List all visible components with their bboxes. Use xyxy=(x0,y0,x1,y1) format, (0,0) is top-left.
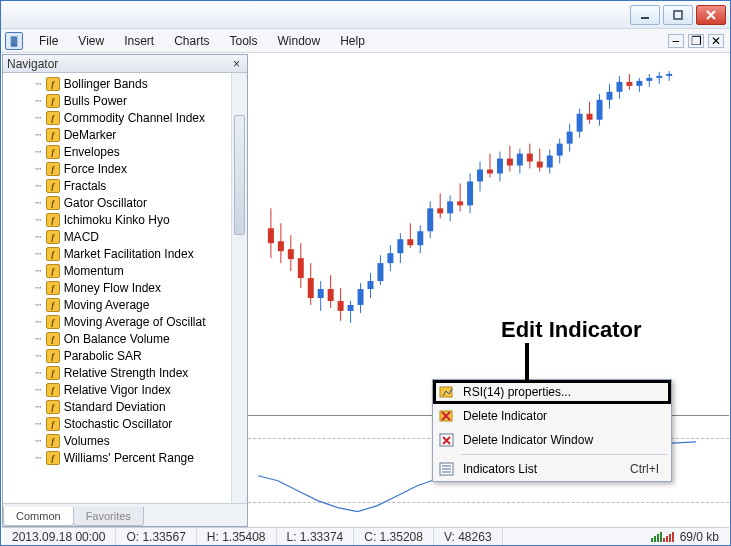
svg-rect-75 xyxy=(626,82,632,86)
menu-tools[interactable]: Tools xyxy=(220,31,268,51)
indicator-item[interactable]: ⋯fMoving Average of Oscillat xyxy=(3,313,247,330)
indicator-item[interactable]: ⋯fForce Index xyxy=(3,160,247,177)
indicator-item[interactable]: ⋯fFractals xyxy=(3,177,247,194)
indicator-fx-icon: f xyxy=(46,128,60,142)
menu-charts[interactable]: Charts xyxy=(164,31,219,51)
app-icon: ▓ xyxy=(5,32,23,50)
indicator-fx-icon: f xyxy=(46,264,60,278)
indicator-fx-icon: f xyxy=(46,94,60,108)
ctx-rsi-properties[interactable]: RSI(14) properties... xyxy=(433,380,671,404)
status-connection: 69/0 kb xyxy=(641,528,729,545)
indicator-item[interactable]: ⋯fVolumes xyxy=(3,432,247,449)
svg-rect-49 xyxy=(497,159,503,174)
indicator-fx-icon: f xyxy=(46,366,60,380)
indicator-item[interactable]: ⋯fWilliams' Percent Range xyxy=(3,449,247,466)
svg-rect-79 xyxy=(646,78,652,81)
tab-favorites[interactable]: Favorites xyxy=(73,507,144,526)
tab-common[interactable]: Common xyxy=(3,507,74,526)
navigator-tabs: Common Favorites xyxy=(3,504,247,526)
indicator-item[interactable]: ⋯fEnvelopes xyxy=(3,143,247,160)
svg-rect-81 xyxy=(656,76,662,78)
indicator-fx-icon: f xyxy=(46,349,60,363)
svg-rect-51 xyxy=(507,159,513,166)
mdi-close-button[interactable]: ✕ xyxy=(708,34,724,48)
svg-rect-5 xyxy=(278,241,284,251)
svg-rect-63 xyxy=(567,132,573,144)
indicator-fx-icon: f xyxy=(46,179,60,193)
indicator-item[interactable]: ⋯fMarket Facilitation Index xyxy=(3,245,247,262)
indicator-item[interactable]: ⋯fRelative Vigor Index xyxy=(3,381,247,398)
svg-rect-57 xyxy=(537,162,543,168)
close-button[interactable] xyxy=(696,5,726,25)
status-low: L: 1.33374 xyxy=(277,528,355,545)
menubar: ▓ File View Insert Charts Tools Window H… xyxy=(1,29,730,53)
indicator-item[interactable]: ⋯fMACD xyxy=(3,228,247,245)
context-menu: RSI(14) properties... Delete Indicator D… xyxy=(432,379,672,482)
svg-rect-71 xyxy=(606,92,612,100)
indicator-fx-icon: f xyxy=(46,417,60,431)
svg-rect-33 xyxy=(417,231,423,245)
indicator-item[interactable]: ⋯fMomentum xyxy=(3,262,247,279)
indicator-item[interactable]: ⋯fRelative Strength Index xyxy=(3,364,247,381)
navigator-list: ⋯fBollinger Bands⋯fBulls Power⋯fCommodit… xyxy=(3,73,247,504)
status-datetime: 2013.09.18 00:00 xyxy=(2,528,116,545)
svg-rect-73 xyxy=(616,82,622,92)
delete-window-icon xyxy=(439,432,455,448)
indicator-fx-icon: f xyxy=(46,315,60,329)
indicator-item[interactable]: ⋯fBollinger Bands xyxy=(3,75,247,92)
indicator-item[interactable]: ⋯fDeMarker xyxy=(3,126,247,143)
indicator-item[interactable]: ⋯fParabolic SAR xyxy=(3,347,247,364)
svg-rect-31 xyxy=(407,239,413,245)
svg-rect-47 xyxy=(487,170,493,174)
indicator-fx-icon: f xyxy=(46,400,60,414)
menu-view[interactable]: View xyxy=(68,31,114,51)
indicator-fx-icon: f xyxy=(46,111,60,125)
svg-rect-55 xyxy=(527,154,533,162)
ctx-indicators-list[interactable]: Indicators List Ctrl+I xyxy=(433,457,671,481)
indicator-item[interactable]: ⋯fMoving Average xyxy=(3,296,247,313)
svg-rect-11 xyxy=(308,278,314,298)
indicator-item[interactable]: ⋯fMoney Flow Index xyxy=(3,279,247,296)
menu-insert[interactable]: Insert xyxy=(114,31,164,51)
mdi-minimize-button[interactable]: ‒ xyxy=(668,34,684,48)
svg-rect-13 xyxy=(318,289,324,298)
ctx-delete-indicator[interactable]: Delete Indicator xyxy=(433,404,671,428)
ctx-delete-indicator-window[interactable]: Delete Indicator Window xyxy=(433,428,671,452)
svg-rect-83 xyxy=(666,74,672,76)
svg-rect-43 xyxy=(467,181,473,205)
mdi-restore-button[interactable]: ❐ xyxy=(688,34,704,48)
indicator-fx-icon: f xyxy=(46,162,60,176)
indicator-fx-icon: f xyxy=(46,145,60,159)
navigator-scrollbar[interactable] xyxy=(231,73,247,503)
indicator-item[interactable]: ⋯fGator Oscillator xyxy=(3,194,247,211)
indicator-item[interactable]: ⋯fBulls Power xyxy=(3,92,247,109)
svg-rect-3 xyxy=(268,228,274,243)
menu-window[interactable]: Window xyxy=(268,31,331,51)
indicator-fx-icon: f xyxy=(46,434,60,448)
svg-rect-21 xyxy=(358,289,364,305)
svg-rect-61 xyxy=(557,144,563,156)
svg-rect-35 xyxy=(427,208,433,231)
minimize-button[interactable] xyxy=(630,5,660,25)
menu-help[interactable]: Help xyxy=(330,31,375,51)
indicator-item[interactable]: ⋯fStochastic Oscillator xyxy=(3,415,247,432)
indicator-fx-icon: f xyxy=(46,196,60,210)
indicator-item[interactable]: ⋯fStandard Deviation xyxy=(3,398,247,415)
svg-rect-19 xyxy=(348,305,354,311)
svg-rect-7 xyxy=(288,249,294,259)
delete-icon xyxy=(439,408,455,424)
indicator-item[interactable]: ⋯fCommodity Channel Index xyxy=(3,109,247,126)
navigator-close-icon[interactable]: × xyxy=(230,57,243,71)
status-volume: V: 48263 xyxy=(434,528,503,545)
svg-rect-65 xyxy=(577,114,583,132)
maximize-button[interactable] xyxy=(663,5,693,25)
indicator-fx-icon: f xyxy=(46,332,60,346)
indicator-item[interactable]: ⋯fIchimoku Kinko Hyo xyxy=(3,211,247,228)
svg-rect-39 xyxy=(447,201,453,213)
svg-rect-9 xyxy=(298,258,304,278)
menu-file[interactable]: File xyxy=(29,31,68,51)
indicator-item[interactable]: ⋯fOn Balance Volume xyxy=(3,330,247,347)
navigator-title: Navigator × xyxy=(3,55,247,73)
svg-rect-15 xyxy=(328,289,334,301)
svg-rect-67 xyxy=(587,114,593,120)
